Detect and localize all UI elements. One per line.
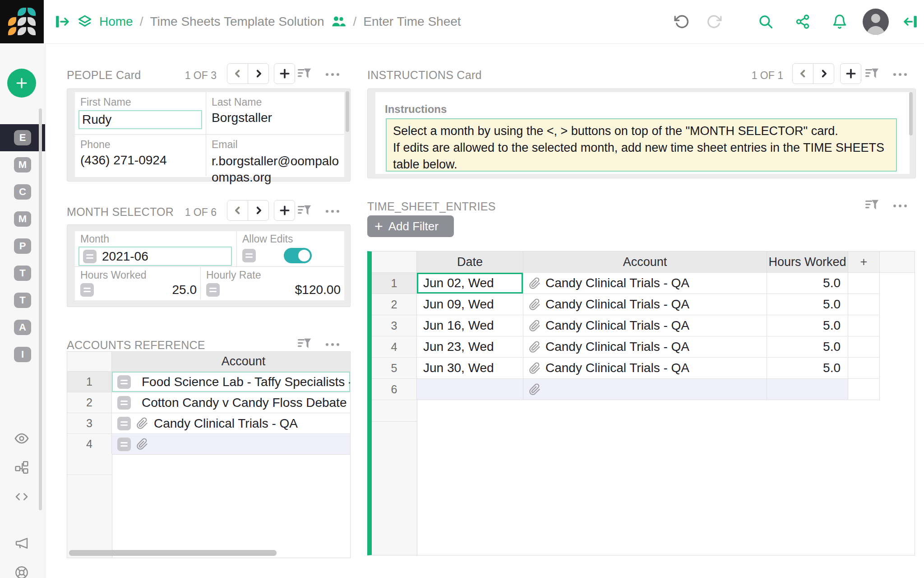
new-record-hours-cell[interactable]	[767, 379, 848, 400]
column-header-date[interactable]: Date	[417, 252, 523, 273]
empty-cell[interactable]	[848, 336, 880, 358]
accounts-table-hscrollbar[interactable]	[69, 550, 277, 556]
share-icon[interactable]	[795, 14, 810, 29]
column-header-account[interactable]: Account	[523, 252, 767, 273]
row-number[interactable]: 3	[67, 413, 112, 434]
users-icon[interactable]	[331, 14, 346, 29]
schema-icon[interactable]	[14, 460, 29, 475]
account-cell[interactable]: Candy Clinical Trials - QA	[523, 294, 767, 315]
selected-cell-cursor[interactable]: 2021-06	[79, 247, 232, 266]
row-number[interactable]: 4	[67, 434, 112, 455]
sort-filter-icon[interactable]	[864, 197, 880, 213]
previous-record-button[interactable]	[793, 64, 813, 84]
open-left-panel-icon[interactable]	[55, 14, 70, 29]
sort-filter-icon[interactable]	[297, 336, 312, 351]
field-allow-edits[interactable]: Allow Edits	[236, 231, 344, 266]
add-column-button[interactable]: +	[848, 252, 880, 273]
widget-menu-icon[interactable]	[325, 209, 340, 224]
redo-icon[interactable]	[707, 14, 722, 29]
row-number-header[interactable]	[372, 252, 417, 273]
sidebar-page-m2[interactable]: M	[0, 205, 45, 233]
empty-cell[interactable]	[848, 294, 880, 315]
date-cell[interactable]: Jun 16, Wed	[417, 315, 523, 336]
widget-menu-icon[interactable]	[325, 72, 340, 88]
account-cell[interactable]: Food Science Lab - Taffy Specialists -	[112, 372, 350, 392]
column-header-account[interactable]: Account	[112, 352, 350, 372]
field-first-name[interactable]: First Name Rudy	[75, 92, 206, 134]
collapse-right-panel-icon[interactable]	[902, 14, 918, 29]
selected-cell-cursor[interactable]: Rudy	[79, 110, 202, 129]
row-number[interactable]: 2	[67, 392, 112, 413]
grist-logo[interactable]	[0, 0, 44, 43]
row-number[interactable]: 6	[372, 379, 417, 400]
row-number[interactable]: 1	[67, 372, 112, 392]
field-hourly-rate[interactable]: Hourly Rate $120.00	[200, 267, 344, 299]
next-record-button[interactable]	[248, 200, 268, 220]
hours-cell[interactable]: 5.0	[767, 273, 848, 294]
column-header-hours-worked[interactable]: Hours Worked	[767, 252, 848, 273]
notifications-bell-icon[interactable]	[832, 14, 847, 29]
field-hours-worked[interactable]: Hours Worked 25.0	[75, 267, 200, 299]
field-month[interactable]: Month 2021-06	[75, 231, 236, 266]
date-cell[interactable]: Jun 02, Wed	[417, 273, 523, 294]
sidebar-page-i[interactable]: I	[0, 341, 45, 368]
account-cell[interactable]: Candy Clinical Trials - QA	[523, 336, 767, 358]
row-number[interactable]: 1	[372, 273, 417, 294]
allow-edits-toggle-on[interactable]	[284, 248, 312, 263]
sidebar-page-a[interactable]: A	[0, 314, 45, 341]
search-icon[interactable]	[758, 14, 773, 29]
megaphone-icon[interactable]	[14, 536, 29, 550]
eye-icon[interactable]	[14, 431, 29, 446]
user-avatar[interactable]	[863, 9, 889, 35]
previous-record-button[interactable]	[227, 200, 248, 220]
people-card-scrollbar[interactable]	[346, 91, 349, 132]
empty-cell[interactable]	[848, 273, 880, 294]
add-record-button[interactable]	[840, 63, 861, 84]
empty-cell[interactable]	[848, 358, 880, 379]
empty-cell[interactable]	[848, 379, 880, 400]
account-cell[interactable]: Candy Clinical Trials - QA	[523, 315, 767, 336]
new-record-account-cell[interactable]	[523, 379, 767, 400]
account-cell[interactable]: Cotton Candy v Candy Floss Debate T	[112, 392, 350, 413]
widget-menu-icon[interactable]	[892, 204, 908, 219]
add-new-button[interactable]	[7, 69, 36, 98]
account-cell[interactable]: Candy Clinical Trials - QA	[112, 413, 350, 434]
hours-cell[interactable]: 5.0	[767, 294, 848, 315]
breadcrumb-workspace[interactable]: Time Sheets Template Solution	[150, 14, 324, 29]
hours-cell[interactable]: 5.0	[767, 315, 848, 336]
next-record-button[interactable]	[248, 64, 268, 84]
undo-icon[interactable]	[674, 14, 689, 29]
add-filter-button[interactable]: + Add Filter	[367, 215, 454, 237]
empty-cell[interactable]	[848, 315, 880, 336]
date-cell[interactable]: Jun 30, Wed	[417, 358, 523, 379]
sidebar-scrollbar[interactable]	[39, 108, 42, 510]
add-record-button[interactable]	[274, 200, 295, 221]
sort-filter-icon[interactable]	[864, 66, 880, 81]
hours-cell[interactable]: 5.0	[767, 336, 848, 358]
field-last-name[interactable]: Last Name Borgstaller	[206, 92, 344, 134]
help-icon[interactable]	[14, 565, 29, 578]
row-number[interactable]: 3	[372, 315, 417, 336]
sidebar-page-c[interactable]: C	[0, 178, 45, 205]
date-cell[interactable]: Jun 23, Wed	[417, 336, 523, 358]
code-icon[interactable]	[14, 489, 29, 504]
pages-layers-icon[interactable]	[77, 14, 92, 29]
hours-cell[interactable]: 5.0	[767, 358, 848, 379]
account-cell[interactable]: Candy Clinical Trials - QA	[523, 273, 767, 294]
new-record-date-cell[interactable]	[417, 379, 523, 400]
field-email[interactable]: Email r.borgstaller@oompaloompas.org	[206, 135, 344, 176]
previous-record-button[interactable]	[227, 64, 248, 84]
row-number[interactable]: 2	[372, 294, 417, 315]
sort-filter-icon[interactable]	[297, 203, 312, 218]
next-record-button[interactable]	[813, 64, 834, 84]
sidebar-page-m1[interactable]: M	[0, 151, 45, 178]
sidebar-page-t2[interactable]: T	[0, 287, 45, 314]
instructions-card-scrollbar[interactable]	[909, 92, 913, 135]
new-record-cell[interactable]	[112, 434, 350, 455]
date-cell[interactable]: Jun 09, Wed	[417, 294, 523, 315]
sidebar-page-enter-time-sheet[interactable]: E	[0, 124, 45, 151]
row-number[interactable]: 4	[372, 336, 417, 358]
field-phone[interactable]: Phone (436) 271-0924	[75, 135, 206, 176]
add-record-button[interactable]	[274, 63, 295, 84]
row-number-header[interactable]	[67, 352, 112, 372]
